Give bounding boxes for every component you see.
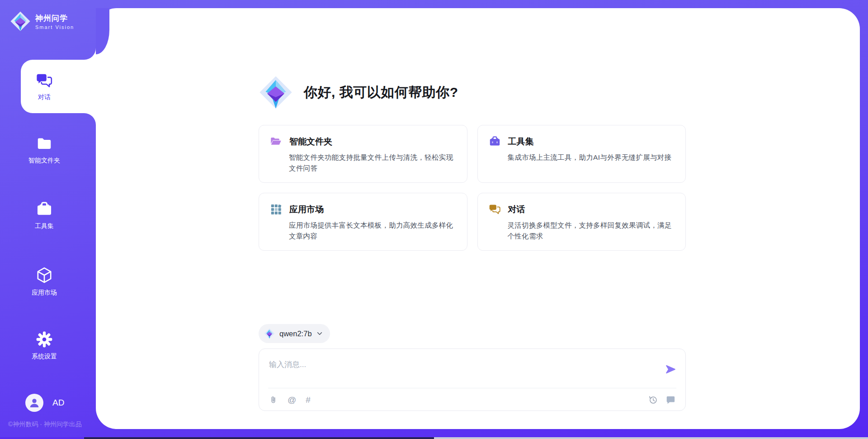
card-title: 应用市场 <box>289 204 324 215</box>
card-app-market[interactable]: 应用市场 应用市场提供丰富长文本模板，助力高效生成多样化文章内容 <box>259 193 467 251</box>
sidebar-item-chat[interactable]: 对话 <box>21 60 68 113</box>
folder-icon <box>36 135 53 152</box>
chat-bubble-icon <box>665 395 675 405</box>
card-title: 对话 <box>508 204 525 215</box>
card-smart-folder[interactable]: 智能文件夹 智能文件夹功能支持批量文件上传与清洗，轻松实现文件问答 <box>259 125 467 183</box>
sidebar: 神州问学 Smart Vision 对话 智能文件夹 工具集 应用市场 系统设置 <box>0 0 96 439</box>
composer-toolbar: @ # <box>269 388 311 411</box>
chat-icon <box>489 203 501 215</box>
attach-button[interactable] <box>269 395 278 404</box>
model-name: qwen2:7b <box>279 329 312 338</box>
sidebar-item-label: 系统设置 <box>32 353 57 361</box>
feature-cards: 智能文件夹 智能文件夹功能支持批量文件上传与清洗，轻松实现文件问答 工具集 集成… <box>259 125 686 251</box>
user-initials: AD <box>52 398 64 408</box>
model-diamond-icon <box>264 328 275 339</box>
feedback-button[interactable] <box>665 395 675 405</box>
sidebar-item-smart-folder[interactable]: 智能文件夹 <box>16 135 72 165</box>
topic-button[interactable]: # <box>306 396 311 404</box>
chevron-down-icon <box>316 330 323 337</box>
card-title: 工具集 <box>508 136 534 148</box>
card-chat[interactable]: 对话 灵活切换多模型文件，支持多样回复效果调试，满足个性化需求 <box>477 193 686 251</box>
chat-icon <box>36 72 53 89</box>
toolbox-icon <box>36 200 53 218</box>
greeting-diamond-icon <box>259 75 293 110</box>
avatar <box>25 394 43 412</box>
sidebar-item-label: 对话 <box>38 93 51 101</box>
brand-name: 神州问学 <box>35 13 74 24</box>
sidebar-item-toolset[interactable]: 工具集 <box>16 200 72 230</box>
app-root: 神州问学 Smart Vision 对话 智能文件夹 工具集 应用市场 系统设置 <box>0 0 868 439</box>
brand: 神州问学 Smart Vision <box>10 11 74 32</box>
grid-icon <box>270 203 282 215</box>
toolbox-icon <box>489 135 501 148</box>
window-bottom-edge <box>0 437 868 439</box>
paperclip-icon <box>269 395 278 404</box>
sidebar-item-settings[interactable]: 系统设置 <box>16 331 72 361</box>
card-description: 应用市场提供丰富长文本模板，助力高效生成多样化文章内容 <box>289 220 457 242</box>
model-selector[interactable]: qwen2:7b <box>259 324 330 343</box>
gear-icon <box>36 331 53 348</box>
copyright-footer: ©神州数码 · 神州问学出品 <box>8 420 99 429</box>
card-description: 智能文件夹功能支持批量文件上传与清洗，轻松实现文件问答 <box>289 152 457 174</box>
greeting: 你好, 我可以如何帮助你? <box>259 75 458 110</box>
history-button[interactable] <box>648 395 658 405</box>
history-icon <box>648 395 658 405</box>
send-icon <box>665 363 676 375</box>
card-description: 灵活切换多模型文件，支持多样回复效果调试，满足个性化需求 <box>508 220 676 242</box>
sidebar-item-app-market[interactable]: 应用市场 <box>16 266 72 297</box>
composer-right-tools <box>648 388 675 411</box>
mention-button[interactable]: @ <box>288 396 296 404</box>
sidebar-item-label: 智能文件夹 <box>28 157 60 165</box>
sidebar-item-label: 工具集 <box>35 222 54 230</box>
message-composer: @ # <box>259 348 686 411</box>
card-description: 集成市场上主流工具，助力AI与外界无缝扩展与对接 <box>508 152 676 163</box>
folder-open-icon <box>270 135 282 148</box>
greeting-text: 你好, 我可以如何帮助你? <box>304 83 458 102</box>
brand-subtitle: Smart Vision <box>35 24 74 30</box>
cube-icon <box>35 266 53 284</box>
at-icon: @ <box>288 395 296 405</box>
composer-divider <box>268 388 676 388</box>
card-title: 智能文件夹 <box>289 136 332 148</box>
card-toolset[interactable]: 工具集 集成市场上主流工具，助力AI与外界无缝扩展与对接 <box>477 125 686 183</box>
send-button[interactable] <box>665 363 676 377</box>
message-input[interactable] <box>269 357 626 372</box>
sidebar-item-label: 应用市场 <box>32 289 57 297</box>
person-icon <box>28 396 41 409</box>
hash-icon: # <box>306 395 311 405</box>
content-area: 你好, 我可以如何帮助你? 智能文件夹 智能文件夹功能支持批量文件上传与清洗，轻… <box>259 8 686 429</box>
brand-diamond-icon <box>10 11 31 32</box>
user-account[interactable]: AD <box>25 394 64 412</box>
